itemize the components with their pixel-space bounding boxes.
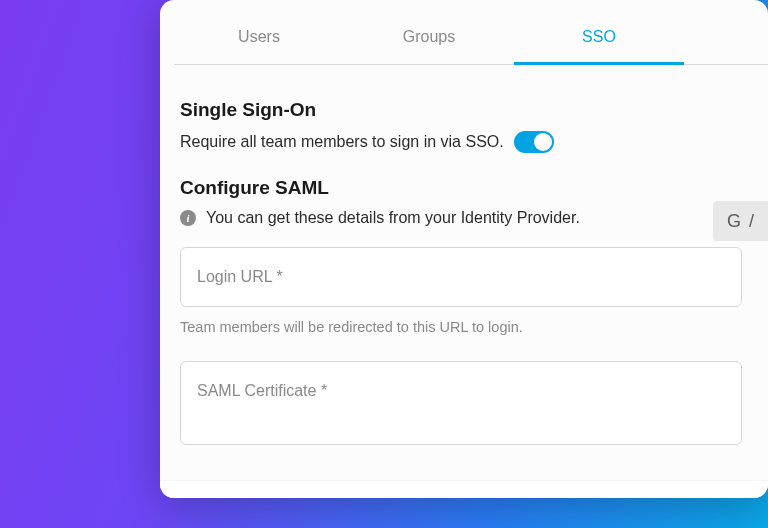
card-footer bbox=[160, 480, 768, 498]
info-icon: i bbox=[180, 210, 196, 226]
configure-saml-heading: Configure SAML bbox=[180, 177, 742, 199]
tab-groups[interactable]: Groups bbox=[344, 14, 514, 64]
saml-certificate-placeholder: SAML Certificate * bbox=[197, 382, 327, 399]
saml-certificate-input[interactable]: SAML Certificate * bbox=[180, 361, 742, 445]
tab-label: Users bbox=[238, 28, 280, 45]
toggle-knob bbox=[534, 133, 552, 151]
tab-label: Groups bbox=[403, 28, 455, 45]
idp-provider-chip[interactable]: G / bbox=[713, 201, 768, 241]
chip-divider: / bbox=[749, 211, 754, 232]
require-sso-toggle[interactable] bbox=[514, 131, 554, 153]
settings-card: Users Groups SSO Single Sign-On Require … bbox=[160, 0, 768, 498]
tabs: Users Groups SSO bbox=[174, 14, 768, 65]
sso-heading: Single Sign-On bbox=[180, 99, 742, 121]
saml-info-text: You can get these details from your Iden… bbox=[206, 209, 580, 227]
login-url-input[interactable]: Login URL * bbox=[180, 247, 742, 307]
login-url-helper: Team members will be redirected to this … bbox=[180, 319, 742, 335]
tab-sso[interactable]: SSO bbox=[514, 14, 684, 64]
tab-users[interactable]: Users bbox=[174, 14, 344, 64]
tab-label: SSO bbox=[582, 28, 616, 45]
google-icon: G bbox=[727, 211, 741, 232]
require-sso-row: Require all team members to sign in via … bbox=[180, 131, 742, 153]
tab-content: Single Sign-On Require all team members … bbox=[174, 65, 768, 445]
login-url-placeholder: Login URL * bbox=[197, 268, 283, 285]
saml-info-row: i You can get these details from your Id… bbox=[180, 209, 742, 227]
require-sso-label: Require all team members to sign in via … bbox=[180, 133, 504, 151]
